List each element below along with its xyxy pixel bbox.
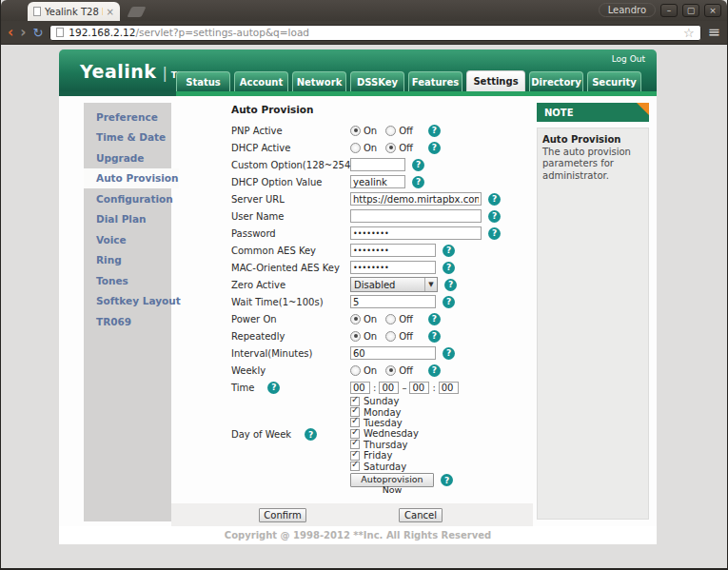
wait-time-input[interactable]: [350, 295, 436, 308]
url-path: /servlet?p=settings-autop&q=load: [135, 27, 309, 38]
field-label: Common AES Key: [231, 246, 350, 256]
sidebar-item-tr069[interactable]: TR069: [84, 311, 171, 332]
pnp-on-radio[interactable]: [350, 126, 361, 136]
dhcp-off-radio[interactable]: [385, 143, 396, 153]
sidebar-item-preference[interactable]: Preference: [84, 107, 171, 128]
help-icon[interactable]: ?: [267, 382, 280, 394]
logo-text: Yealink: [80, 61, 156, 82]
dhcp-option-value-input[interactable]: [350, 175, 405, 188]
help-icon[interactable]: ?: [443, 245, 455, 257]
minimize-button[interactable]: –: [660, 4, 678, 17]
sidebar-item-voice[interactable]: Voice: [84, 229, 171, 250]
repeatedly-on-radio[interactable]: [350, 331, 361, 342]
radio-on-label: On: [364, 126, 377, 136]
repeatedly-off-radio[interactable]: [385, 331, 396, 342]
field-label: Day of Week: [231, 429, 291, 440]
sidebar-item-tones[interactable]: Tones: [84, 270, 171, 291]
power-on-on-radio[interactable]: [350, 314, 361, 324]
new-tab-button[interactable]: [127, 7, 146, 17]
field-label: Time: [231, 383, 254, 393]
confirm-button[interactable]: Confirm: [259, 508, 306, 522]
weekly-off-radio[interactable]: [385, 365, 396, 376]
server-url-input[interactable]: [350, 192, 482, 206]
autoprovision-now-button[interactable]: Autoprovision Now: [350, 473, 434, 487]
help-icon[interactable]: ?: [428, 313, 441, 325]
help-icon[interactable]: ?: [428, 125, 441, 137]
custom-option-input[interactable]: [350, 158, 405, 171]
day-label: Sunday: [364, 396, 399, 406]
help-icon[interactable]: ?: [444, 279, 457, 291]
help-icon[interactable]: ?: [412, 159, 424, 171]
maximize-button[interactable]: ▢: [682, 4, 699, 17]
tab-features[interactable]: Features: [408, 71, 462, 91]
sidebar-item-configuration[interactable]: Configuration: [84, 188, 171, 209]
dhcp-on-radio[interactable]: [350, 143, 361, 153]
weekly-on-radio[interactable]: [350, 365, 361, 376]
time-end-minute-input[interactable]: [439, 382, 459, 394]
common-aes-key-input[interactable]: [350, 244, 436, 257]
help-icon[interactable]: ?: [443, 262, 455, 274]
browser-tab[interactable]: Yealink T28 Phone ×: [28, 2, 120, 21]
close-tab-icon[interactable]: ×: [107, 7, 114, 17]
note-header: NOTE: [537, 103, 649, 122]
bookmark-star-icon[interactable]: ☆: [683, 27, 695, 39]
tab-network[interactable]: Network: [292, 71, 346, 91]
cancel-button[interactable]: Cancel: [399, 508, 443, 522]
help-icon[interactable]: ?: [443, 347, 455, 360]
sidebar-item-time-date[interactable]: Time & Date: [84, 128, 171, 148]
sidebar-item-softkey-layout[interactable]: Softkey Layout: [84, 291, 171, 312]
app-header: Log Out Yealink | T28 Status Account Net…: [59, 49, 657, 91]
tab-security[interactable]: Security: [587, 71, 641, 91]
tab-directory[interactable]: Directory: [529, 71, 583, 91]
form-row-dhcp-active: DHCP Active On Off ?: [171, 139, 533, 156]
help-icon[interactable]: ?: [428, 364, 441, 377]
field-label: DHCP Option Value: [231, 177, 350, 187]
help-icon[interactable]: ?: [305, 428, 317, 441]
user-name-input[interactable]: [350, 209, 482, 223]
help-icon[interactable]: ?: [488, 227, 501, 240]
note-text: The auto provision parameters for admini…: [542, 147, 643, 183]
reload-icon[interactable]: ↻: [32, 27, 43, 39]
help-icon[interactable]: ?: [443, 296, 455, 308]
time-start-hour-input[interactable]: [350, 382, 370, 394]
pnp-off-radio[interactable]: [385, 126, 396, 136]
tab-status[interactable]: Status: [176, 71, 230, 91]
back-icon[interactable]: ‹: [8, 26, 13, 40]
form-row-wait-time: Wait Time(1~100s) ?: [171, 293, 533, 310]
browser-tab-title: Yealink T28 Phone: [45, 7, 103, 17]
browser-toolbar: ‹ › ↻ 192.168.2.12/servlet?p=settings-au…: [1, 21, 727, 45]
form-row-day-of-week: Day of Week ? ✓Sunday ✓Monday ✓Tuesday ✓…: [171, 396, 533, 472]
url-text: 192.168.2.12/servlet?p=settings-autop&q=…: [69, 27, 679, 38]
check-icon: ✓: [351, 394, 359, 404]
power-on-off-radio[interactable]: [385, 314, 396, 324]
menu-icon[interactable]: ≡: [708, 25, 720, 40]
time-start-minute-input[interactable]: [379, 382, 399, 394]
password-input[interactable]: [350, 226, 482, 240]
zero-active-select[interactable]: Disabled ▼: [350, 277, 438, 292]
help-icon[interactable]: ?: [488, 210, 501, 223]
help-icon[interactable]: ?: [441, 474, 453, 486]
help-icon[interactable]: ?: [488, 193, 501, 206]
tab-settings[interactable]: Settings: [466, 70, 525, 91]
saturday-checkbox[interactable]: ✓: [350, 462, 360, 471]
interval-input[interactable]: [350, 346, 436, 360]
tab-dsskey[interactable]: DSSKey: [350, 71, 404, 91]
sidebar-item-ring[interactable]: Ring: [84, 250, 171, 271]
help-icon[interactable]: ?: [412, 176, 424, 188]
time-end-hour-input[interactable]: [409, 382, 429, 394]
url-bar[interactable]: 192.168.2.12/servlet?p=settings-autop&q=…: [49, 25, 700, 41]
sidebar-item-upgrade[interactable]: Upgrade: [84, 147, 171, 168]
sidebar-item-dial-plan[interactable]: Dial Plan: [84, 209, 171, 230]
check-icon: ✓: [351, 459, 359, 469]
logout-link[interactable]: Log Out: [612, 54, 645, 64]
help-icon[interactable]: ?: [428, 142, 441, 154]
logo-separator: |: [162, 64, 167, 82]
close-window-button[interactable]: ×: [704, 4, 721, 17]
mac-aes-key-input[interactable]: [350, 261, 436, 274]
field-label: Password: [231, 228, 350, 239]
tab-account[interactable]: Account: [234, 71, 288, 91]
note-panel: NOTE Auto Provision The auto provision p…: [537, 103, 649, 520]
sidebar-item-auto-provision[interactable]: Auto Provision: [84, 168, 179, 189]
radio-off-label: Off: [399, 143, 413, 153]
help-icon[interactable]: ?: [428, 330, 441, 343]
